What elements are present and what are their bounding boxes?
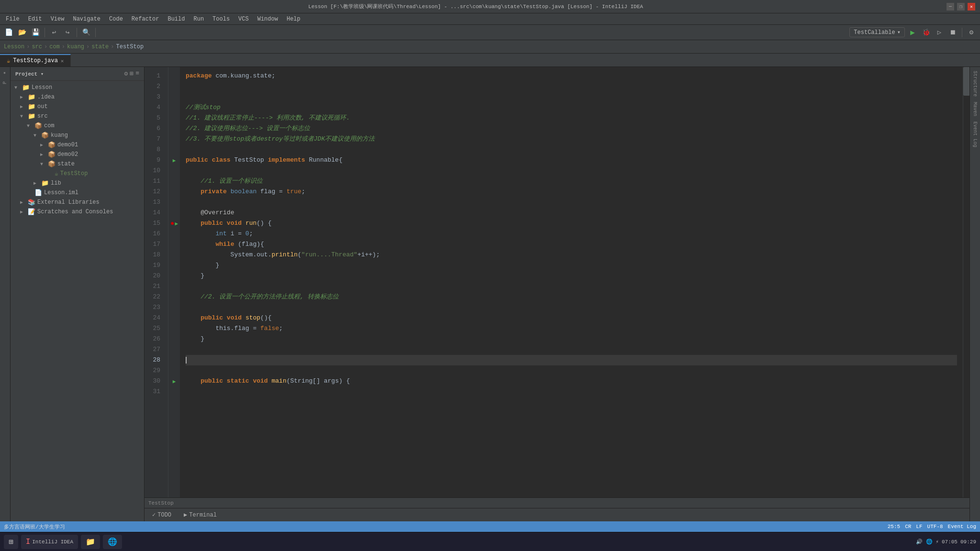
tree-item-lib[interactable]: ▶ 📁 lib <box>11 178 144 188</box>
tree-icon-state: 📦 <box>48 160 56 168</box>
ln-19: 19 <box>145 260 164 271</box>
tree-item-external-libraries[interactable]: ▶ 📚 External Libraries <box>11 198 144 207</box>
code-editor[interactable]: package com.kuang.state; //测试stop //1. 建… <box>180 67 963 497</box>
new-file-button[interactable]: 📄 <box>3 27 14 38</box>
undo-button[interactable]: ↩ <box>48 27 60 38</box>
menu-refactor[interactable]: Refactor <box>128 15 163 23</box>
minimap[interactable] <box>963 67 969 497</box>
breadcrumb-src[interactable]: src <box>32 44 42 50</box>
tree-item-src[interactable]: ▼ 📁 src <box>11 111 144 121</box>
menu-edit[interactable]: Edit <box>24 15 46 23</box>
intellij-icon: I <box>26 538 31 546</box>
taskbar-windows-button[interactable]: ⊞ <box>4 535 18 549</box>
gutter-15[interactable]: ● ▶ <box>169 218 179 229</box>
sidebar-expand-icon[interactable]: ⊞ <box>130 70 134 77</box>
settings-button[interactable]: ⚙ <box>966 27 977 38</box>
taskbar-systray: 🔊 🌐 ⚡ <box>916 539 939 545</box>
tree-item-teststop[interactable]: ▶ ☕ TestStop <box>11 169 144 178</box>
gutter-run-9[interactable]: ▶ <box>169 155 179 165</box>
tree-label-lesson: Lesson <box>32 84 52 91</box>
title-bar-text: Lesson [F:\教学班级\网课班代码\Thread\Lesson] - .… <box>5 3 947 10</box>
breadcrumb-state[interactable]: state <box>91 44 109 50</box>
menu-window[interactable]: Window <box>254 15 282 23</box>
coverage-button[interactable]: ▷ <box>934 27 945 38</box>
tab-todo[interactable]: ✓ TODO <box>146 509 177 520</box>
tree-item-com[interactable]: ▼ 📦 com <box>11 121 144 131</box>
tree-item-kuang[interactable]: ▼ 📦 kuang <box>11 131 144 140</box>
menu-help[interactable]: Help <box>283 15 304 23</box>
tree-item-scratches[interactable]: ▶ 📝 Scratches and Consoles <box>11 207 144 217</box>
tree-item-lesson[interactable]: ▼ 📁 Lesson <box>11 83 144 92</box>
tree-item-demo01[interactable]: ▶ 📦 demo01 <box>11 140 144 150</box>
code-line-23 <box>186 302 957 313</box>
gutter-29 <box>169 365 179 376</box>
profile-button[interactable]: ⏹ <box>947 27 958 38</box>
tree-item-idea[interactable]: ▶ 📁 .idea <box>11 92 144 102</box>
menu-code[interactable]: Code <box>105 15 127 23</box>
taskbar-intellij[interactable]: I IntelliJ IDEA <box>21 535 78 549</box>
file-tabs: ☕ TestStop.java ✕ <box>0 54 980 67</box>
browser-icon: 🌐 <box>108 537 117 547</box>
breadcrumb-com[interactable]: com <box>49 44 60 50</box>
menu-vcs[interactable]: VCS <box>234 15 253 23</box>
bottom-tabs: ✓ TODO ▶ Terminal <box>145 508 969 521</box>
breadcrumb-teststop[interactable]: TestStop <box>116 44 144 50</box>
code-line-9: public class TestStop implements Runnabl… <box>186 155 957 165</box>
tree-item-state[interactable]: ▼ 📦 state <box>11 159 144 169</box>
breadcrumb-kuang[interactable]: kuang <box>67 44 84 50</box>
gutter-18 <box>169 250 179 260</box>
gutter-run-30[interactable]: ▶ <box>169 376 179 386</box>
menu-navigate[interactable]: Navigate <box>69 15 104 23</box>
chevron-down-icon: ▾ <box>897 29 901 36</box>
toolbar-separator-4 <box>962 28 962 37</box>
event-log-button[interactable]: Event Log <box>971 120 979 149</box>
restore-button[interactable]: ❐ <box>957 3 965 11</box>
event-log-label[interactable]: Event Log <box>948 524 976 529</box>
project-panel-button[interactable]: P <box>1 79 9 86</box>
breadcrumb-lesson[interactable]: Lesson <box>4 44 24 50</box>
taskbar-browser[interactable]: 🌐 <box>103 535 122 549</box>
code-line-29 <box>186 365 957 376</box>
tab-teststop[interactable]: ☕ TestStop.java ✕ <box>0 54 71 66</box>
minimize-button[interactable]: — <box>947 3 954 11</box>
code-view[interactable]: 1 2 3 4 5 6 7 8 9 10 11 12 13 14 15 16 1… <box>145 67 969 497</box>
gutter-25 <box>169 323 179 334</box>
sidebar-settings-icon[interactable]: ⚙ <box>124 70 128 77</box>
code-line-7: //3. 不要使用stop或者destroy等过时或者JDK不建议使用的方法 <box>186 134 957 144</box>
sidebar-gear-icon[interactable]: ≡ <box>135 70 139 77</box>
tab-close-icon[interactable]: ✕ <box>61 58 64 64</box>
debug-button[interactable]: 🐞 <box>920 27 932 38</box>
menu-build[interactable]: Build <box>164 15 189 23</box>
menu-tools[interactable]: Tools <box>209 15 234 23</box>
tree-item-out[interactable]: ▶ 📁 out <box>11 102 144 111</box>
gutter-17 <box>169 239 179 250</box>
breakpoint-icon-15[interactable]: ● <box>170 220 174 227</box>
menu-bar: File Edit View Navigate Code Refactor Bu… <box>0 13 980 25</box>
run-config-dropdown[interactable]: TestCallable ▾ <box>849 27 905 37</box>
tree-icon-com: 📦 <box>34 122 42 130</box>
tree-icon-kuang: 📦 <box>41 132 49 139</box>
gutter-24 <box>169 313 179 323</box>
save-button[interactable]: 💾 <box>30 27 41 38</box>
run-button[interactable]: ▶ <box>907 27 918 38</box>
tab-terminal[interactable]: ▶ Terminal <box>178 509 223 520</box>
code-line-28[interactable] <box>186 355 957 365</box>
menu-run[interactable]: Run <box>189 15 208 23</box>
favorites-button[interactable]: ★ <box>1 69 9 78</box>
maven-button[interactable]: Maven <box>971 100 979 118</box>
structure-button[interactable]: Structure <box>971 69 979 99</box>
gutter-6 <box>169 123 179 134</box>
menu-file[interactable]: File <box>2 15 23 23</box>
status-lf: LF <box>916 524 922 529</box>
breadcrumb-sep-1: › <box>26 44 30 50</box>
redo-button[interactable]: ↪ <box>62 27 73 38</box>
open-button[interactable]: 📂 <box>16 27 28 38</box>
taskbar-explorer[interactable]: 📁 <box>81 535 100 549</box>
gutter-1 <box>169 71 179 81</box>
close-button[interactable]: ✕ <box>968 3 975 11</box>
ln-31: 31 <box>145 386 164 397</box>
search-button[interactable]: 🔍 <box>80 27 92 38</box>
menu-view[interactable]: View <box>47 15 68 23</box>
tree-item-lesson-iml[interactable]: ▶ 📄 Lesson.iml <box>11 188 144 198</box>
tree-item-demo02[interactable]: ▶ 📦 demo02 <box>11 150 144 159</box>
